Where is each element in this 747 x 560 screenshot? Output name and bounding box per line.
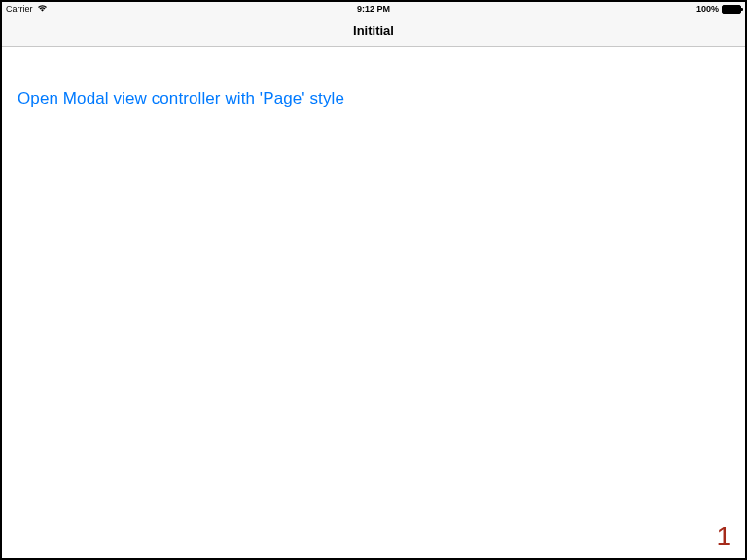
- status-time: 9:12 PM: [357, 4, 390, 14]
- status-bar: Carrier 9:12 PM 100%: [2, 2, 745, 16]
- wifi-icon: [37, 4, 48, 14]
- battery-percent-label: 100%: [696, 4, 719, 14]
- battery-icon: [722, 5, 741, 14]
- status-right: 100%: [696, 4, 741, 14]
- page-title: Inititial: [353, 23, 394, 38]
- page-number-label: 1: [716, 521, 731, 552]
- open-modal-button[interactable]: Open Modal view controller with 'Page' s…: [18, 89, 344, 109]
- carrier-label: Carrier: [6, 4, 33, 14]
- nav-bar: Inititial: [2, 16, 745, 47]
- main-content: Open Modal view controller with 'Page' s…: [2, 47, 745, 109]
- status-left: Carrier: [6, 4, 48, 14]
